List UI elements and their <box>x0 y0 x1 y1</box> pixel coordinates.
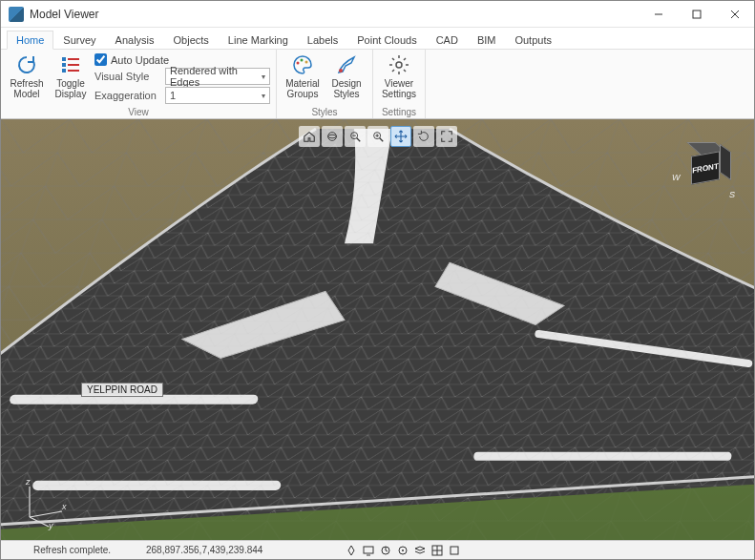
orbit-button[interactable] <box>322 126 343 147</box>
svg-point-22 <box>327 135 336 138</box>
exaggeration-dropdown[interactable]: 1▾ <box>165 87 270 104</box>
refresh-model-button[interactable]: RefreshModel <box>7 52 47 101</box>
tab-analysis[interactable]: Analysis <box>106 31 164 49</box>
svg-point-13 <box>339 69 343 73</box>
svg-point-21 <box>327 133 336 141</box>
design-styles-button[interactable]: DesignStyles <box>326 52 367 101</box>
tab-survey[interactable]: Survey <box>53 31 105 49</box>
target-icon[interactable] <box>396 544 409 557</box>
rotate-button[interactable] <box>413 126 434 147</box>
svg-text:z: z <box>25 477 31 487</box>
ribbon-group-view: RefreshModel ToggleDisplay Auto Update V… <box>1 50 277 118</box>
svg-point-10 <box>297 62 300 65</box>
cube-front[interactable]: FRONT <box>691 151 720 184</box>
status-bar: Refresh complete. 268,897.356,7,439,239.… <box>1 540 754 559</box>
tab-objects[interactable]: Objects <box>164 31 219 49</box>
palette-icon <box>291 53 314 76</box>
chevron-down-icon: ▾ <box>262 92 265 100</box>
tab-home[interactable]: Home <box>7 31 53 50</box>
app-icon <box>9 7 24 22</box>
group-label-styles: Styles <box>283 106 367 117</box>
svg-line-27 <box>379 138 383 142</box>
info-icon[interactable] <box>448 544 461 557</box>
close-button[interactable] <box>716 2 754 27</box>
svg-point-14 <box>396 62 402 68</box>
toggle-display-button[interactable]: ToggleDisplay <box>51 52 91 101</box>
status-message: Refresh complete. <box>5 545 138 555</box>
svg-text:x: x <box>61 502 67 511</box>
tab-labels[interactable]: Labels <box>298 31 347 49</box>
tab-point-clouds[interactable]: Point Clouds <box>347 31 426 49</box>
svg-rect-44 <box>451 547 458 554</box>
minimize-button[interactable] <box>640 2 678 27</box>
zoom-extents-button[interactable] <box>345 126 366 147</box>
tab-bim[interactable]: BIM <box>468 31 506 49</box>
svg-point-12 <box>305 61 308 64</box>
svg-rect-4 <box>62 57 66 61</box>
titlebar: Model Viewer <box>1 1 754 28</box>
maximize-button[interactable] <box>678 2 716 27</box>
fullscreen-button[interactable] <box>436 126 457 147</box>
view-options: Auto Update Visual Style Rendered with E… <box>94 52 270 104</box>
zoom-button[interactable] <box>367 126 388 147</box>
svg-text:y: y <box>48 521 53 530</box>
svg-rect-5 <box>62 63 66 67</box>
svg-rect-1 <box>693 10 701 18</box>
scene-render <box>1 119 754 540</box>
svg-line-31 <box>30 511 62 517</box>
app-window: Model Viewer Home Survey Analysis Object… <box>0 0 755 560</box>
cube-side[interactable] <box>720 144 731 180</box>
svg-line-32 <box>30 517 49 527</box>
visual-style-dropdown[interactable]: Rendered with Edges▾ <box>165 68 270 85</box>
road-label: YELPPIN ROAD <box>81 383 163 397</box>
svg-rect-6 <box>62 69 66 73</box>
chevron-down-icon: ▾ <box>262 73 265 81</box>
tab-outputs[interactable]: Outputs <box>505 31 561 49</box>
viewer-settings-button[interactable]: ViewerSettings <box>379 52 419 101</box>
layers-icon[interactable] <box>413 544 427 557</box>
svg-line-24 <box>356 138 360 142</box>
compass-w: W <box>672 173 681 182</box>
exaggeration-label: Exaggeration <box>94 90 161 101</box>
ribbon-group-settings: ViewerSettings Settings <box>373 50 426 118</box>
tab-line-marking[interactable]: Line Marking <box>219 31 298 49</box>
tab-cad[interactable]: CAD <box>427 31 468 49</box>
pan-button[interactable] <box>390 126 411 147</box>
svg-point-11 <box>301 59 304 62</box>
visual-style-label: Visual Style <box>94 71 161 82</box>
ribbon-group-styles: MaterialGroups DesignStyles Styles <box>277 50 373 118</box>
sync-icon[interactable] <box>379 544 392 557</box>
axis-gizmo: z x y <box>18 479 68 529</box>
gear-icon <box>388 53 410 76</box>
view-cube[interactable]: FRONT W S <box>678 142 733 197</box>
list-icon <box>59 53 82 76</box>
group-label-settings: Settings <box>379 106 419 117</box>
svg-rect-36 <box>364 547 373 553</box>
compass-s: S <box>729 190 735 199</box>
svg-point-40 <box>402 550 404 551</box>
display-icon[interactable] <box>362 544 375 557</box>
window-title: Model Viewer <box>30 8 98 21</box>
viewport-toolbar <box>298 125 458 148</box>
group-label-view: View <box>7 106 270 117</box>
home-view-button[interactable] <box>299 126 320 147</box>
snap-icon[interactable] <box>345 544 358 557</box>
status-coords: 268,897.356,7,439,239.844 <box>146 545 308 555</box>
ribbon: RefreshModel ToggleDisplay Auto Update V… <box>1 49 754 119</box>
grid-icon[interactable] <box>430 544 444 557</box>
material-groups-button[interactable]: MaterialGroups <box>283 52 323 101</box>
tab-strip: Home Survey Analysis Objects Line Markin… <box>1 28 754 49</box>
brush-icon <box>335 53 358 76</box>
viewport-3d[interactable]: FRONT W S YELPPIN ROAD z x y <box>1 119 754 540</box>
status-icons <box>345 544 461 557</box>
refresh-icon <box>15 53 38 76</box>
